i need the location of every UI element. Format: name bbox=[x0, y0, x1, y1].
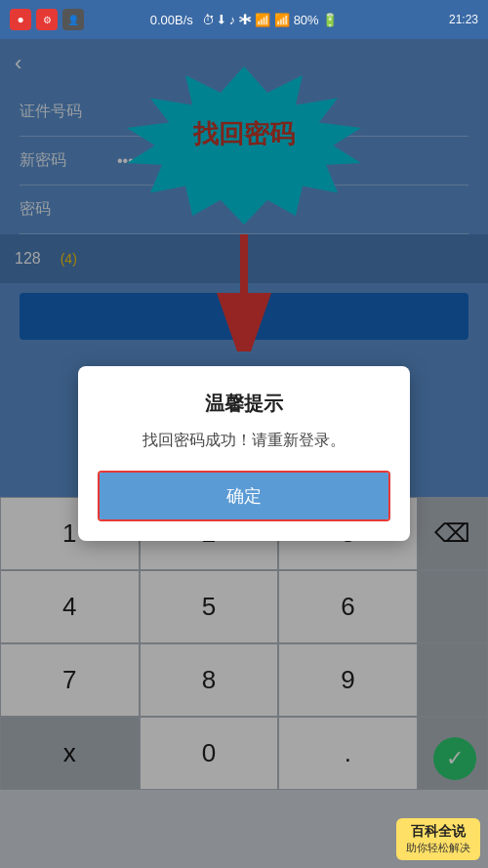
dialog-btn-wrap: 确定 bbox=[98, 471, 390, 521]
watermark-sub: 助你轻松解决 bbox=[406, 841, 470, 855]
status-bar-left: ● ⚙ 👤 bbox=[10, 9, 84, 30]
app-icon-2: ⚙ bbox=[36, 9, 58, 30]
dialog-confirm-button[interactable]: 确定 bbox=[100, 473, 388, 519]
app-icon-3: 👤 bbox=[62, 9, 84, 30]
dialog: 温馨提示 找回密码成功！请重新登录。 确定 bbox=[78, 366, 410, 541]
app-content: ‹ 证件号码 新密码 •••••••••• 密码 128 (4) 确定 1 2 … bbox=[0, 39, 488, 868]
watermark: 百科全说 助你轻松解决 bbox=[396, 818, 480, 860]
watermark-title: 百科全说 bbox=[406, 823, 470, 841]
status-bar: ● ⚙ 👤 0.00B/s ⏱ ⬇ ♪ ✱ 📶 📶 80% 🔋 21:23 bbox=[0, 0, 488, 39]
status-speed: 0.00B/s ⏱ ⬇ ♪ ✱ 📶 📶 80% 🔋 bbox=[150, 13, 339, 27]
dialog-message: 找回密码成功！请重新登录。 bbox=[98, 431, 390, 451]
dialog-overlay: 温馨提示 找回密码成功！请重新登录。 确定 bbox=[0, 39, 488, 868]
status-time: 21:23 bbox=[449, 13, 478, 26]
app-icon-1: ● bbox=[10, 9, 31, 30]
dialog-title: 温馨提示 bbox=[98, 391, 390, 417]
